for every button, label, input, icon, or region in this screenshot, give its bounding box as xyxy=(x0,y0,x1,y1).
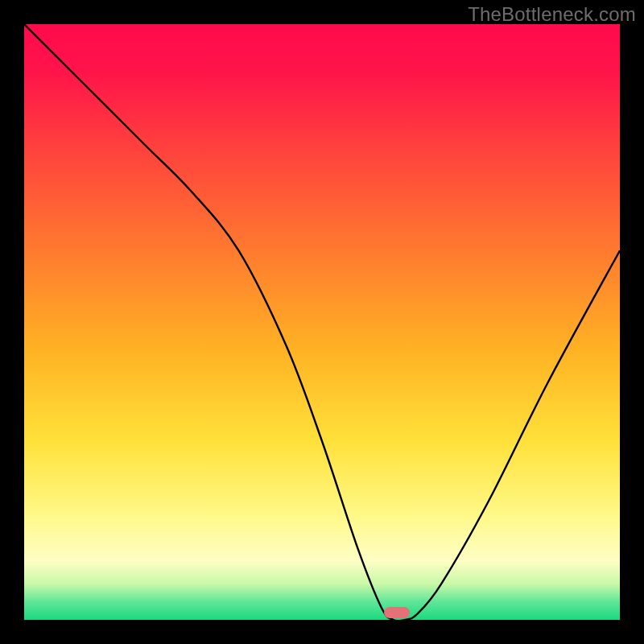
bottleneck-curve-path xyxy=(24,24,620,620)
chart-frame: TheBottleneck.com xyxy=(0,0,644,644)
watermark-text: TheBottleneck.com xyxy=(468,3,636,26)
optimal-point-marker xyxy=(384,607,410,618)
bottleneck-curve xyxy=(24,24,620,620)
plot-area xyxy=(24,24,620,620)
